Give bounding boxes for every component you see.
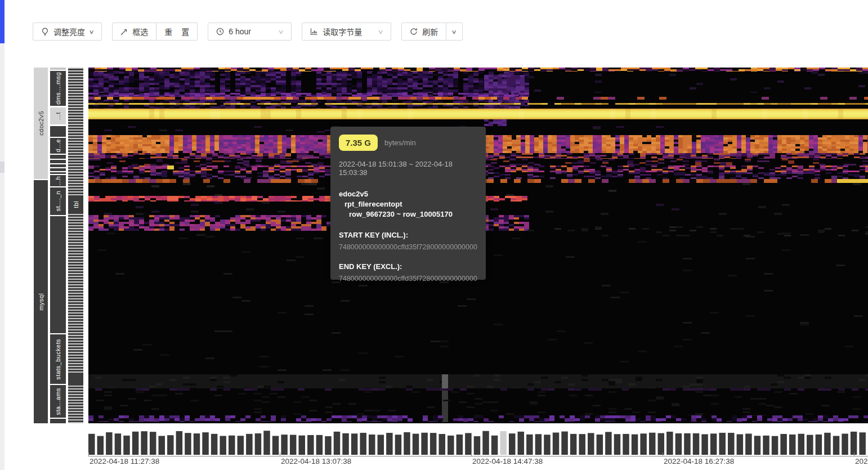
key-axis-table-block: dms....msg — [50, 71, 66, 106]
brightness-label: 调整亮度 — [53, 26, 85, 37]
key-axis-table-block — [50, 126, 66, 137]
key-axis-label: tbl — [73, 201, 79, 208]
timeline-tick-label: 2022-04-18 16:27:38 — [664, 457, 734, 465]
key-axis-table-block: st...._n — [50, 187, 66, 215]
key-axis-region-block — [68, 373, 83, 384]
key-axis-table-block — [50, 164, 66, 167]
key-axis-table-block — [50, 68, 66, 70]
toolbar: 调整亮度 ∨ 框选 重 置 6 hour ∨ — [33, 23, 463, 41]
box-select-icon — [120, 28, 128, 35]
key-axis-label: sta...ams — [55, 388, 61, 415]
chevron-down-icon: ∨ — [378, 28, 384, 35]
timeline-tick — [88, 453, 89, 456]
tooltip-end-key-label: END KEY (EXCL.): — [339, 262, 477, 271]
key-axis-table-block — [50, 155, 66, 159]
key-axis-db-block: cdoc2v5 — [34, 68, 48, 179]
key-axis-table-block — [50, 419, 66, 423]
tooltip-value-badge: 7.35 G — [339, 135, 378, 151]
key-axis-table-block — [50, 168, 66, 171]
refresh-label: 刷新 — [422, 26, 438, 37]
refresh-button[interactable]: 刷新 — [401, 23, 446, 41]
clock-icon — [216, 28, 224, 35]
reset-button[interactable]: 重 置 — [156, 23, 198, 41]
timeline-tick-label: 2022-04-18 11:27:38 — [90, 457, 159, 465]
refresh-icon — [410, 28, 418, 35]
key-axis-table-block — [50, 216, 66, 333]
timeline-tick-label: 2022 — [855, 457, 868, 465]
refresh-dropdown-button[interactable]: ∨ — [446, 23, 462, 41]
tooltip-row-range: row_9667230 ~ row_10005170 — [349, 209, 477, 220]
box-select-label: 框选 — [132, 26, 148, 37]
timeline-axis — [88, 456, 868, 456]
reset-label: 重 置 — [164, 26, 193, 37]
time-range-value: 6 hour — [229, 27, 251, 36]
timeline-tick — [854, 453, 854, 456]
key-axis-label: ...h — [55, 176, 61, 186]
chart-icon — [310, 28, 318, 35]
timeline-tick — [471, 453, 472, 456]
nav-sidebar-edge — [0, 0, 5, 470]
timeline-tick-label: 2022-04-18 14:47:38 — [472, 457, 543, 465]
key-axis-label: d...e — [55, 139, 61, 152]
chevron-down-icon: ∨ — [278, 28, 284, 35]
bulb-icon — [41, 28, 49, 36]
timeline-tick — [663, 453, 663, 456]
tooltip-time-range: 2022-04-18 15:01:38 ~ 2022-04-18 15:03:3… — [339, 160, 477, 177]
key-axis-table-block: ...t — [50, 108, 66, 124]
tooltip-start-key-label: START KEY (INCL.): — [339, 231, 477, 239]
timeline-tick-label: 2022-04-18 13:07:38 — [281, 457, 351, 465]
key-axis-label: st...._n — [55, 191, 61, 211]
tooltip-end-key: 748000000000000cffd35f728000000000000ff9… — [339, 275, 477, 283]
key-axis-table-block — [50, 172, 66, 174]
tooltip-db-name: edoc2v5 — [339, 189, 477, 199]
nav-sidebar-accent — [0, 0, 5, 43]
tooltip-unit: bytes/min — [384, 138, 416, 147]
timeline-brush-canvas[interactable] — [88, 430, 868, 455]
key-axis-region-block: tbl — [68, 195, 83, 214]
key-axis-label: dms....msg — [55, 72, 61, 105]
key-axis-db-block: mysql — [34, 180, 48, 423]
heatmap-tooltip: 7.35 G bytes/min 2022-04-18 15:01:38 ~ 2… — [330, 127, 486, 280]
key-axis-label: ...t — [55, 112, 61, 120]
key-axis-table-block — [50, 160, 66, 163]
key-axis-label: cdoc2v5 — [38, 111, 44, 136]
metric-value: 读取字节量 — [323, 26, 362, 37]
key-axis-table-block: stats_buckets — [50, 334, 66, 384]
time-range-select[interactable]: 6 hour ∨ — [208, 23, 292, 41]
chevron-down-icon: ∨ — [451, 29, 457, 35]
brightness-button[interactable]: 调整亮度 ∨ — [33, 23, 102, 41]
nav-sidebar-active-item[interactable] — [0, 162, 5, 173]
key-axis-table-block: d...e — [50, 138, 66, 154]
tooltip-start-key: 748000000000000cffd35f728000000000000ff9… — [339, 243, 477, 251]
key-axis-table-block: ...h — [50, 175, 66, 186]
chevron-down-icon: ∨ — [89, 29, 95, 35]
key-axis-label: mysql — [38, 293, 44, 311]
box-select-button[interactable]: 框选 — [112, 23, 156, 41]
tooltip-table-name: rpt_filerecentopt — [344, 199, 477, 209]
metric-select[interactable]: 读取字节量 ∨ — [302, 23, 391, 41]
key-axis-label: stats_buckets — [55, 339, 61, 379]
key-axis-region-stripes — [68, 68, 83, 423]
key-axis-table-block: sta...ams — [50, 385, 66, 418]
timeline-tick — [280, 453, 280, 456]
